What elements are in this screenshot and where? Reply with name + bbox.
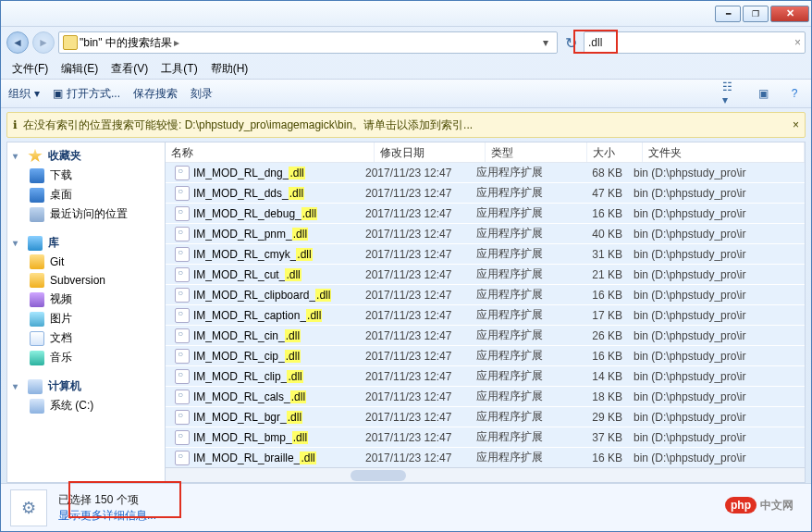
- menu-help[interactable]: 帮助(H): [205, 59, 254, 79]
- menu-edit[interactable]: 编辑(E): [55, 59, 104, 79]
- file-folder: bin (D:\phpstudy_pro\ir: [628, 268, 805, 281]
- toolbar: 组织 ▾ ▣ 打开方式... 保存搜索 刻录 ☷ ▾ ▣ ?: [1, 79, 811, 108]
- file-size: 17 KB: [572, 309, 628, 322]
- file-list[interactable]: IM_MOD_RL_dng_.dll2017/11/23 12:47应用程序扩展…: [166, 163, 805, 467]
- breadcrumb[interactable]: "bin" 中的搜索结果 ▸ ▾: [58, 31, 558, 54]
- search-clear-icon[interactable]: ×: [794, 36, 801, 49]
- column-headers: 名称 修改日期 类型 大小 文件夹: [166, 142, 805, 163]
- sidebar-item-git[interactable]: Git: [7, 253, 165, 271]
- sidebar-item-recent[interactable]: 最近访问的位置: [7, 204, 165, 224]
- sidebar-item-downloads[interactable]: 下载: [7, 166, 165, 185]
- maximize-button[interactable]: ❐: [743, 6, 769, 22]
- info-close-icon[interactable]: ×: [793, 118, 799, 131]
- sidebar-item-video[interactable]: 视频: [7, 290, 165, 309]
- table-row[interactable]: IM_MOD_RL_dds_.dll2017/11/23 12:47应用程序扩展…: [166, 183, 805, 204]
- sidebar-item-music[interactable]: 音乐: [7, 348, 165, 367]
- file-size: 16 KB: [572, 350, 628, 363]
- file-name: IM_MOD_RL_bgr_.dll: [193, 411, 302, 424]
- file-size: 26 KB: [572, 329, 628, 342]
- horizontal-scrollbar[interactable]: [166, 467, 805, 482]
- file-name: IM_MOD_RL_dng_.dll: [193, 167, 305, 179]
- table-row[interactable]: IM_MOD_RL_caption_.dll2017/11/23 12:47应用…: [166, 305, 805, 326]
- index-warning-bar[interactable]: ℹ 在没有索引的位置搜索可能较慢: D:\phpstudy_pro\imagem…: [6, 112, 806, 138]
- file-size: 16 KB: [572, 289, 628, 302]
- forward-button[interactable]: ►: [32, 31, 55, 54]
- help-icon[interactable]: ?: [785, 84, 804, 103]
- file-date: 2017/11/23 12:47: [360, 167, 471, 179]
- file-size: 31 KB: [572, 248, 628, 261]
- toolbar-save-search[interactable]: 保存搜索: [133, 86, 178, 102]
- table-row[interactable]: IM_MOD_RL_braille_.dll2017/11/23 12:47应用…: [166, 448, 805, 467]
- file-folder: bin (D:\phpstudy_pro\ir: [628, 370, 805, 383]
- sidebar-item-drive-c[interactable]: 系统 (C:): [7, 396, 165, 415]
- file-name: IM_MOD_RL_cip_.dll: [193, 350, 301, 363]
- table-row[interactable]: IM_MOD_RL_cals_.dll2017/11/23 12:47应用程序扩…: [166, 387, 805, 407]
- file-type: 应用程序扩展: [471, 266, 572, 282]
- header-folder[interactable]: 文件夹: [643, 142, 805, 162]
- file-type: 应用程序扩展: [471, 368, 572, 384]
- file-type: 应用程序扩展: [471, 389, 572, 404]
- table-row[interactable]: IM_MOD_RL_cin_.dll2017/11/23 12:47应用程序扩展…: [166, 326, 805, 346]
- content-area: ▾收藏夹 下载 桌面 最近访问的位置 ▾库 Git Subversion 视频 …: [1, 138, 811, 483]
- menu-tools[interactable]: 工具(T): [155, 59, 203, 79]
- breadcrumb-dropdown-icon[interactable]: ▾: [538, 36, 553, 49]
- annotation-box: [573, 30, 618, 54]
- close-button[interactable]: ✕: [770, 6, 809, 22]
- minimize-button[interactable]: ━: [715, 6, 741, 22]
- watermark: php 中文网: [725, 497, 794, 513]
- titlebar: ━ ❐ ✕: [1, 1, 811, 27]
- table-row[interactable]: IM_MOD_RL_bmp_.dll2017/11/23 12:47应用程序扩展…: [166, 427, 805, 448]
- menu-view[interactable]: 查看(V): [105, 59, 154, 79]
- file-folder: bin (D:\phpstudy_pro\ir: [628, 309, 805, 322]
- header-size[interactable]: 大小: [587, 142, 643, 162]
- file-type: 应用程序扩展: [471, 348, 572, 364]
- file-type: 应用程序扩展: [471, 328, 572, 343]
- dll-file-icon: [175, 410, 190, 425]
- file-type: 应用程序扩展: [471, 409, 572, 425]
- table-row[interactable]: IM_MOD_RL_clipboard_.dll2017/11/23 12:47…: [166, 285, 805, 305]
- preview-pane-icon[interactable]: ▣: [754, 84, 772, 103]
- file-type: 应用程序扩展: [471, 450, 572, 465]
- file-size: 37 KB: [572, 431, 628, 444]
- toolbar-open-with[interactable]: ▣ 打开方式...: [53, 86, 120, 102]
- file-size: 16 KB: [572, 452, 628, 464]
- sidebar-item-svn[interactable]: Subversion: [7, 271, 165, 290]
- menu-bar: 文件(F) 编辑(E) 查看(V) 工具(T) 帮助(H): [1, 58, 811, 79]
- file-name: IM_MOD_RL_pnm_.dll: [193, 228, 308, 241]
- table-row[interactable]: IM_MOD_RL_cip_.dll2017/11/23 12:47应用程序扩展…: [166, 346, 805, 366]
- toolbar-burn[interactable]: 刻录: [191, 86, 213, 102]
- file-size: 14 KB: [572, 370, 628, 383]
- table-row[interactable]: IM_MOD_RL_pnm_.dll2017/11/23 12:47应用程序扩展…: [166, 224, 805, 244]
- back-button[interactable]: ◄: [6, 31, 29, 54]
- sidebar-item-pictures[interactable]: 图片: [7, 309, 165, 328]
- table-row[interactable]: IM_MOD_RL_bgr_.dll2017/11/23 12:47应用程序扩展…: [166, 407, 805, 427]
- nav-bar: ◄ ► "bin" 中的搜索结果 ▸ ▾ ↻ .dll ×: [1, 27, 811, 58]
- header-name[interactable]: 名称: [166, 142, 375, 162]
- file-folder: bin (D:\phpstudy_pro\ir: [628, 452, 805, 464]
- table-row[interactable]: IM_MOD_RL_debug_.dll2017/11/23 12:47应用程序…: [166, 204, 805, 224]
- file-type: 应用程序扩展: [471, 429, 572, 445]
- status-thumbnail-icon: ⚙: [10, 489, 47, 526]
- file-type: 应用程序扩展: [471, 226, 572, 241]
- file-name: IM_MOD_RL_cmyk_.dll: [193, 248, 313, 261]
- table-row[interactable]: IM_MOD_RL_clip_.dll2017/11/23 12:47应用程序扩…: [166, 366, 805, 387]
- sidebar-group-computer[interactable]: ▾计算机: [7, 377, 165, 396]
- menu-file[interactable]: 文件(F): [6, 59, 54, 79]
- sidebar-group-libraries[interactable]: ▾库: [7, 233, 165, 253]
- toolbar-organize[interactable]: 组织 ▾: [8, 86, 40, 102]
- file-date: 2017/11/23 12:47: [360, 268, 471, 281]
- header-type[interactable]: 类型: [486, 142, 587, 162]
- view-options-icon[interactable]: ☷ ▾: [722, 84, 741, 103]
- sidebar-group-favorites[interactable]: ▾收藏夹: [7, 146, 165, 166]
- file-folder: bin (D:\phpstudy_pro\ir: [628, 207, 805, 220]
- dll-file-icon: [175, 349, 190, 364]
- table-row[interactable]: IM_MOD_RL_dng_.dll2017/11/23 12:47应用程序扩展…: [166, 163, 805, 183]
- sidebar-item-desktop[interactable]: 桌面: [7, 185, 165, 204]
- header-date[interactable]: 修改日期: [375, 142, 486, 162]
- table-row[interactable]: IM_MOD_RL_cut_.dll2017/11/23 12:47应用程序扩展…: [166, 265, 805, 285]
- file-name: IM_MOD_RL_cin_.dll: [193, 329, 301, 342]
- table-row[interactable]: IM_MOD_RL_cmyk_.dll2017/11/23 12:47应用程序扩…: [166, 244, 805, 265]
- file-date: 2017/11/23 12:47: [360, 309, 471, 322]
- file-date: 2017/11/23 12:47: [360, 370, 471, 383]
- sidebar-item-documents[interactable]: 文档: [7, 328, 165, 348]
